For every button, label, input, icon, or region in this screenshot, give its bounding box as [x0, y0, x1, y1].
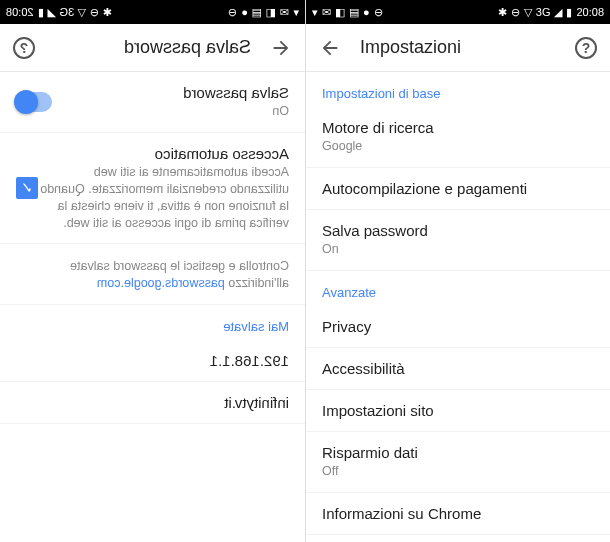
- site-settings-row[interactable]: Impostazioni sito: [306, 390, 610, 432]
- item-label: Motore di ricerca: [322, 119, 594, 136]
- never-saved-item[interactable]: infinitytv.it: [0, 382, 305, 424]
- back-arrow-icon[interactable]: [318, 36, 342, 60]
- manage-text: Controlla e gestisci le password salvate…: [16, 258, 289, 292]
- status-bar: ▾✉◧▤●⊖ ✱⊖▽3G◢▮ 20:08: [0, 0, 305, 24]
- about-chrome-row[interactable]: Informazioni su Chrome: [306, 493, 610, 535]
- item-label: Privacy: [322, 318, 371, 335]
- back-arrow-icon[interactable]: [269, 36, 293, 60]
- save-password-toggle-row[interactable]: Salva password On: [0, 72, 305, 133]
- item-label: Risparmio dati: [322, 444, 594, 461]
- passwords-link[interactable]: passwords.google.com: [97, 276, 225, 290]
- item-sublabel: On: [52, 103, 289, 120]
- item-label: Salva password: [52, 84, 289, 101]
- privacy-row[interactable]: Privacy: [306, 306, 610, 348]
- item-label: Accesso automatico: [38, 145, 289, 162]
- app-bar: Impostazioni ?: [306, 24, 610, 72]
- app-bar: Salva password ?: [0, 24, 305, 72]
- item-label: Impostazioni sito: [322, 402, 434, 419]
- item-label: Informazioni su Chrome: [322, 505, 481, 522]
- never-saved-item[interactable]: 192.168.1.1: [0, 340, 305, 382]
- data-saver-row[interactable]: Risparmio dati Off: [306, 432, 610, 493]
- toggle-switch[interactable]: [16, 92, 52, 112]
- item-label: Salva password: [322, 222, 594, 239]
- help-icon[interactable]: ?: [574, 36, 598, 60]
- checkbox-icon[interactable]: ✓: [16, 177, 38, 199]
- status-bar: ▾✉◧▤●⊖ ✱⊖▽3G◢▮ 20:08: [306, 0, 610, 24]
- help-icon[interactable]: ?: [12, 36, 36, 60]
- item-label: 192.168.1.1: [210, 352, 289, 369]
- save-password-row[interactable]: Salva password On: [306, 210, 610, 271]
- item-label: Autocompilazione e pagamenti: [322, 180, 527, 197]
- item-label: Accessibilità: [322, 360, 405, 377]
- manage-passwords-row[interactable]: Controlla e gestisci le password salvate…: [0, 244, 305, 305]
- never-saved-header: Mai salvate: [0, 305, 305, 340]
- accessibility-row[interactable]: Accessibilità: [306, 348, 610, 390]
- section-header-advanced: Avanzate: [306, 271, 610, 306]
- page-title: Salva password: [54, 37, 251, 58]
- item-sublabel: On: [322, 241, 594, 258]
- item-sublabel: Google: [322, 138, 594, 155]
- item-label: infinitytv.it: [224, 394, 289, 411]
- section-header-basic: Impostazioni di base: [306, 72, 610, 107]
- item-sublabel: Off: [322, 463, 594, 480]
- item-sublabel: Accedi automaticamente ai siti web utili…: [38, 164, 289, 232]
- search-engine-row[interactable]: Motore di ricerca Google: [306, 107, 610, 168]
- autofill-row[interactable]: Autocompilazione e pagamenti: [306, 168, 610, 210]
- page-title: Impostazioni: [360, 37, 556, 58]
- auto-signin-row[interactable]: Accesso automatico Accedi automaticament…: [0, 133, 305, 245]
